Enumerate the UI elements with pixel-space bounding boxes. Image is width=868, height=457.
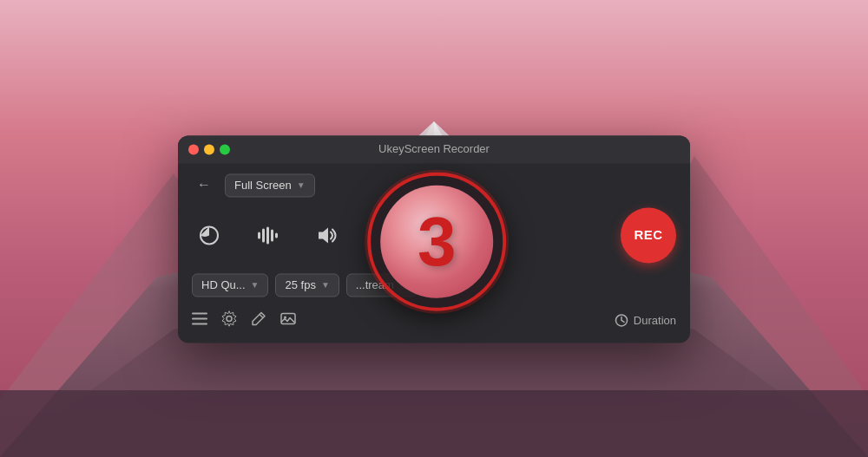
svg-rect-3: [258, 232, 260, 238]
fps-arrow: ▼: [321, 280, 330, 290]
countdown-inner: 3: [380, 186, 493, 298]
svg-rect-5: [266, 226, 269, 244]
svg-point-11: [227, 316, 232, 321]
bottom-toolbar: Duration: [192, 309, 676, 330]
rec-button[interactable]: REC: [621, 207, 676, 263]
close-button[interactable]: [188, 144, 199, 154]
svg-rect-12: [281, 313, 295, 323]
rec-label: REC: [634, 227, 662, 242]
quality-dropdown[interactable]: HD Qu... ▼: [192, 273, 268, 297]
quality-arrow: ▼: [251, 280, 260, 290]
list-button[interactable]: [192, 310, 207, 330]
duration-label: Duration: [634, 314, 676, 327]
svg-rect-9: [192, 317, 207, 319]
app-window: UkeyScreen Recorder ← Full Screen ▼: [178, 135, 690, 343]
screen-mode-dropdown[interactable]: Full Screen ▼: [225, 173, 315, 197]
maximize-button[interactable]: [220, 144, 230, 154]
image-button[interactable]: [280, 310, 296, 330]
quality-label: HD Qu...: [201, 278, 246, 291]
svg-rect-6: [271, 229, 273, 241]
svg-rect-8: [192, 312, 207, 314]
svg-rect-1: [0, 390, 868, 457]
window-title: UkeyScreen Recorder: [378, 142, 490, 155]
titlebar: UkeyScreen Recorder: [178, 135, 690, 163]
countdown-number: 3: [418, 207, 457, 277]
pen-button[interactable]: [251, 310, 266, 330]
settings-button[interactable]: [221, 310, 237, 330]
fps-label: 25 fps: [285, 278, 315, 291]
svg-rect-10: [192, 323, 207, 324]
countdown-overlay: 3: [367, 173, 506, 311]
audio-wave-button[interactable]: [251, 218, 286, 252]
back-button[interactable]: ←: [192, 173, 216, 196]
minimize-button[interactable]: [204, 144, 214, 154]
volume-button[interactable]: [310, 218, 345, 252]
toolbar-left: [192, 310, 296, 330]
screen-mode-label: Full Screen: [234, 179, 292, 192]
duration-button[interactable]: Duration: [615, 313, 676, 327]
brightness-button[interactable]: [192, 218, 227, 252]
svg-rect-7: [275, 232, 278, 238]
traffic-lights: [188, 144, 230, 154]
screen-mode-arrow: ▼: [297, 180, 306, 190]
svg-rect-4: [262, 228, 265, 242]
fps-dropdown[interactable]: 25 fps ▼: [275, 273, 339, 297]
countdown-circle: 3: [367, 173, 506, 311]
clock-icon: [615, 313, 628, 327]
